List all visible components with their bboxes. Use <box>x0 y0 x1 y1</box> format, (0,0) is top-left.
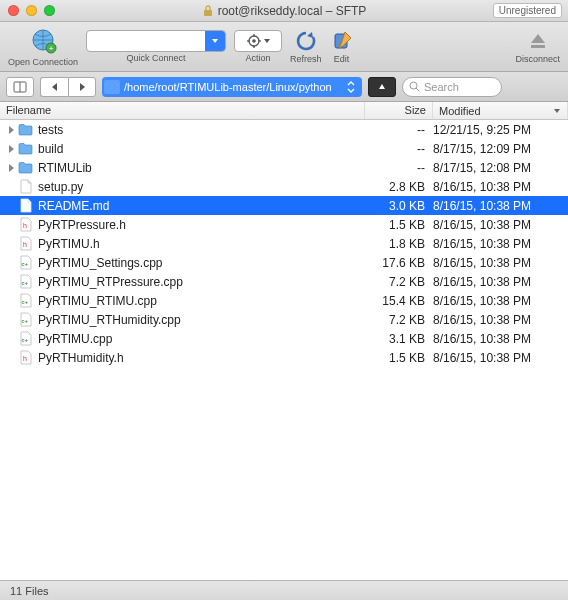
refresh-label: Refresh <box>290 54 322 64</box>
file-row[interactable]: tests--12/21/15, 9:25 PM <box>0 120 568 139</box>
file-size: 15.4 KB <box>365 294 433 308</box>
window-title-text: root@rikseddy.local – SFTP <box>218 4 367 18</box>
file-modified: 8/16/15, 10:38 PM <box>433 199 568 213</box>
up-button[interactable] <box>368 77 396 97</box>
window-title: root@rikseddy.local – SFTP <box>0 4 568 18</box>
file-name: PyRTIMU.cpp <box>38 332 365 346</box>
file-name: build <box>38 142 365 156</box>
file-size: -- <box>365 161 433 175</box>
svg-text:h: h <box>23 222 27 229</box>
refresh-icon <box>294 29 318 53</box>
file-row[interactable]: c+PyRTIMU.cpp3.1 KB8/16/15, 10:38 PM <box>0 329 568 348</box>
file-type-icon: c+ <box>18 255 33 270</box>
file-row[interactable]: c+PyRTIMU_RTPressure.cpp7.2 KB8/16/15, 1… <box>0 272 568 291</box>
file-row[interactable]: c+PyRTIMU_Settings.cpp17.6 KB8/16/15, 10… <box>0 253 568 272</box>
file-row[interactable]: hPyRTHumidity.h1.5 KB8/16/15, 10:38 PM <box>0 348 568 367</box>
edit-button[interactable]: Edit <box>330 29 354 64</box>
file-name: tests <box>38 123 365 137</box>
file-row[interactable]: README.md3.0 KB8/16/15, 10:38 PM <box>0 196 568 215</box>
file-type-icon <box>18 198 33 213</box>
file-type-icon <box>18 141 33 156</box>
forward-button[interactable] <box>68 77 96 97</box>
svg-text:c+: c+ <box>22 337 29 343</box>
file-row[interactable]: hPyRTPressure.h1.5 KB8/16/15, 10:38 PM <box>0 215 568 234</box>
back-button[interactable] <box>40 77 68 97</box>
file-size: 7.2 KB <box>365 313 433 327</box>
action-button[interactable]: Action <box>234 30 282 63</box>
lock-icon <box>202 5 214 17</box>
svg-point-14 <box>410 82 417 89</box>
search-input[interactable]: Search <box>402 77 502 97</box>
col-modified-label: Modified <box>439 105 481 117</box>
col-size[interactable]: Size <box>365 102 433 119</box>
open-connection-button[interactable]: + Open Connection <box>8 26 78 67</box>
chevron-down-icon <box>264 38 270 44</box>
folder-icon <box>104 80 120 94</box>
pencil-icon <box>330 29 354 53</box>
file-modified: 8/16/15, 10:38 PM <box>433 256 568 270</box>
file-modified: 8/16/15, 10:38 PM <box>433 275 568 289</box>
file-size: -- <box>365 123 433 137</box>
svg-text:h: h <box>23 241 27 248</box>
file-type-icon <box>18 160 33 175</box>
file-name: PyRTIMU_RTPressure.cpp <box>38 275 365 289</box>
file-name: PyRTIMU_RTHumidity.cpp <box>38 313 365 327</box>
file-size: 7.2 KB <box>365 275 433 289</box>
quick-connect-label: Quick Connect <box>127 53 186 63</box>
file-modified: 8/16/15, 10:38 PM <box>433 351 568 365</box>
toolbar: + Open Connection Quick Connect Action R… <box>0 22 568 72</box>
bookmarks-button[interactable] <box>6 77 34 97</box>
file-type-icon: h <box>18 350 33 365</box>
globe-icon: + <box>28 26 58 56</box>
refresh-button[interactable]: Refresh <box>290 29 322 64</box>
book-icon <box>13 81 27 93</box>
file-row[interactable]: c+PyRTIMU_RTHumidity.cpp7.2 KB8/16/15, 1… <box>0 310 568 329</box>
svg-text:c+: c+ <box>22 318 29 324</box>
file-name: README.md <box>38 199 365 213</box>
file-type-icon <box>18 179 33 194</box>
file-row[interactable]: hPyRTIMU.h1.8 KB8/16/15, 10:38 PM <box>0 234 568 253</box>
file-modified: 12/21/15, 9:25 PM <box>433 123 568 137</box>
file-name: setup.py <box>38 180 365 194</box>
file-type-icon: h <box>18 217 33 232</box>
file-type-icon: c+ <box>18 312 33 327</box>
file-name: PyRTHumidity.h <box>38 351 365 365</box>
col-filename[interactable]: Filename <box>0 102 365 119</box>
chevron-up-down-icon[interactable] <box>344 81 358 93</box>
file-size: 1.8 KB <box>365 237 433 251</box>
file-type-icon: c+ <box>18 274 33 289</box>
file-modified: 8/16/15, 10:38 PM <box>433 332 568 346</box>
file-row[interactable]: setup.py2.8 KB8/16/15, 10:38 PM <box>0 177 568 196</box>
sort-desc-icon <box>553 107 561 115</box>
search-placeholder: Search <box>424 81 459 93</box>
file-size: 3.1 KB <box>365 332 433 346</box>
path-text: /home/root/RTIMULib-master/Linux/python <box>124 81 344 93</box>
file-modified: 8/16/15, 10:38 PM <box>433 237 568 251</box>
file-size: 17.6 KB <box>365 256 433 270</box>
statusbar: 11 Files <box>0 580 568 600</box>
disclosure-triangle-icon[interactable] <box>6 163 16 173</box>
search-icon <box>409 81 420 92</box>
file-row[interactable]: c+PyRTIMU_RTIMU.cpp15.4 KB8/16/15, 10:38… <box>0 291 568 310</box>
file-name: RTIMULib <box>38 161 365 175</box>
quick-connect-combo[interactable] <box>86 30 226 52</box>
file-name: PyRTPressure.h <box>38 218 365 232</box>
unregistered-badge[interactable]: Unregistered <box>493 3 562 18</box>
file-row[interactable]: build--8/17/15, 12:09 PM <box>0 139 568 158</box>
edit-label: Edit <box>334 54 350 64</box>
disclosure-triangle-icon[interactable] <box>6 144 16 154</box>
svg-text:c+: c+ <box>22 299 29 305</box>
pathbar: /home/root/RTIMULib-master/Linux/python … <box>0 72 568 102</box>
col-modified[interactable]: Modified <box>433 102 568 119</box>
dropdown-icon[interactable] <box>205 31 225 51</box>
disconnect-button[interactable]: Disconnect <box>515 29 560 64</box>
file-listing[interactable]: tests--12/21/15, 9:25 PMbuild--8/17/15, … <box>0 120 568 580</box>
file-size: 1.5 KB <box>365 218 433 232</box>
path-combo[interactable]: /home/root/RTIMULib-master/Linux/python <box>102 77 362 97</box>
file-modified: 8/16/15, 10:38 PM <box>433 180 568 194</box>
svg-text:h: h <box>23 355 27 362</box>
gear-icon <box>247 34 261 48</box>
disclosure-triangle-icon[interactable] <box>6 125 16 135</box>
file-row[interactable]: RTIMULib--8/17/15, 12:08 PM <box>0 158 568 177</box>
file-name: PyRTIMU.h <box>38 237 365 251</box>
